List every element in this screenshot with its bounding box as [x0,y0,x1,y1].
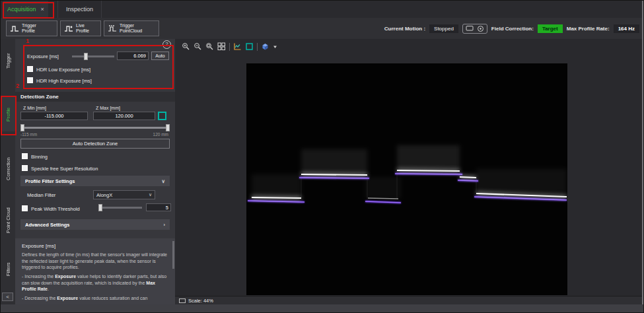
panel-collapse-button[interactable]: < [2,293,13,301]
profile-filter-settings-title: Profile Filter Settings [25,178,75,184]
grid-icon[interactable] [217,42,226,51]
exposure-slider-track[interactable] [72,55,114,57]
help-paragraph-1: Defines the length of time (in ms) that … [22,252,168,271]
zoom-region-icon[interactable] [205,42,214,51]
peak-width-slider[interactable] [98,204,142,211]
chevron-right-icon: › [164,222,166,228]
tab-inspection[interactable]: Inspection [57,1,102,18]
exposure-slider[interactable] [72,53,114,60]
sidebar-tab-trigger-label: Trigger [5,53,11,68]
help-icon-glyph: ? [165,41,168,47]
peak-width-value-input[interactable] [146,203,171,211]
tab-acquisition-label: Acquisition [7,6,36,13]
z-max-label: Z Max [mm] [96,106,120,110]
tab-acquisition[interactable]: Acquisition × [3,1,48,18]
trigger-pointcloud-icon [108,24,117,33]
z-min-label: Z Min [mm] [23,106,46,110]
peak-width-checkbox[interactable] [22,205,28,211]
median-filter-label: Median Filter [27,192,55,198]
live-profile-label-1: Live [76,23,89,28]
auto-detection-zone-button[interactable]: Auto Detection Zone [20,139,170,149]
laser-profile-image[interactable] [246,63,567,295]
image-viewer [175,39,644,296]
close-icon[interactable]: × [41,6,44,13]
scale-icon [179,298,186,304]
help-paragraph-3: - Decreasing the Exposure value reduces … [22,295,168,302]
detection-zone-lock-button[interactable] [158,112,166,120]
trigger-profile-button[interactable]: Trigger Profile [6,20,57,36]
range-min-label: -115 mm [20,132,37,137]
peak-width-label: Peak Width Threshold [31,206,80,212]
speckle-checkbox[interactable] [22,165,28,171]
z-max-input[interactable] [93,112,155,120]
monitor-icon [466,25,474,32]
peak-width-slider-handle[interactable] [98,204,102,211]
sidebar-tab-correction[interactable]: Correction [1,147,15,191]
trigger-pointcloud-label-2: PointCloud [120,28,142,34]
median-filter-dropdown[interactable]: AlongX ∨ [93,190,155,199]
current-motion-label: Current Motion : [384,26,425,32]
hdr-low-label: HDR Low Exposure [ms] [36,67,90,73]
field-correction-label: Field Correction: [491,26,534,32]
bottom-window-strip [1,304,644,313]
roi-icon[interactable] [245,42,254,51]
exposure-value-input[interactable] [117,52,149,60]
laser-profile-graphic [246,63,567,295]
hdr-high-label: HDR High Exposure [ms] [36,78,92,84]
document-tab-bar: Acquisition × Inspection [1,1,644,18]
current-motion-badge: Stopped [429,24,458,33]
trigger-pointcloud-button[interactable]: Trigger PointCloud [104,20,159,36]
sidebar-tab-profile-label: Profile [5,107,11,121]
range-slider-fill [24,127,166,129]
live-profile-icon [64,24,73,33]
sidebar-tab-filters-label: Filters [5,263,11,276]
auto-detection-zone-label: Auto Detection Zone [73,141,118,147]
z-min-input[interactable] [20,112,88,120]
detection-zone-range-slider[interactable] [20,124,170,131]
exposure-slider-handle[interactable] [84,53,88,60]
help-icon[interactable]: ? [162,40,171,49]
viewer-status-bar: Scale: 44% [175,296,644,304]
profile-settings-panel: ? Exposure [ms] Auto HDR Low Exposure [m… [15,39,175,304]
max-profile-rate-label: Max Profile Rate: [567,26,610,32]
profile-chart-icon[interactable] [233,42,242,51]
sidebar-tab-filters[interactable]: Filters [1,253,15,286]
sidebar-tab-profile[interactable]: Profile [1,97,15,131]
peak-width-slider-track[interactable] [98,207,142,209]
trigger-profile-icon [10,24,19,33]
hdr-high-checkbox[interactable] [27,77,33,83]
speckle-label: Speckle free Super Resolution [31,166,98,172]
tab-inspection-label: Inspection [66,6,93,13]
zoom-out-icon[interactable] [194,42,202,51]
hdr-low-checkbox[interactable] [27,66,33,72]
dropdown-chevron-icon: ∨ [149,192,152,197]
detection-zone-title: Detection Zone [20,94,59,100]
exposure-label: Exposure [ms] [27,53,59,59]
help-description-panel: Exposure [ms] Defines the length of time… [15,238,175,304]
exposure-auto-button[interactable]: Auto [151,52,169,60]
caret-down-icon[interactable] [273,44,277,50]
live-profile-button[interactable]: Live Profile [60,20,101,36]
live-profile-label-2: Profile [76,28,89,34]
range-max-label: 120 mm [153,132,168,137]
advanced-settings-header[interactable]: Advanced Settings › [20,219,170,230]
zoom-in-icon[interactable] [182,42,190,51]
sidebar-tab-trigger[interactable]: Trigger [1,42,15,80]
sensor-mode-pill[interactable] [462,24,487,34]
toolbar-separator [229,43,230,51]
max-profile-rate-badge: 164 Hz [614,24,639,33]
toolbar-separator-2 [257,43,258,51]
range-slider-handle-max[interactable] [166,124,170,131]
pointcloud-view-icon[interactable] [261,42,269,51]
field-correction-badge: Target [538,24,563,33]
left-tab-strip: Trigger Profile Correction Point Cloud F… [1,39,16,304]
sidebar-tab-point-cloud-label: Point Cloud [5,208,11,234]
sidebar-tab-point-cloud[interactable]: Point Cloud [1,197,15,244]
profile-filter-settings-header[interactable]: Profile Filter Settings ∨ [20,176,170,186]
trigger-pointcloud-label-1: Trigger [120,23,142,28]
binning-checkbox[interactable] [22,153,28,159]
advanced-settings-title: Advanced Settings [25,222,70,228]
range-slider-handle-min[interactable] [20,124,24,131]
help-scrollbar[interactable] [172,241,174,269]
help-paragraph-2: - Increasing the Exposure value helps to… [22,273,168,293]
